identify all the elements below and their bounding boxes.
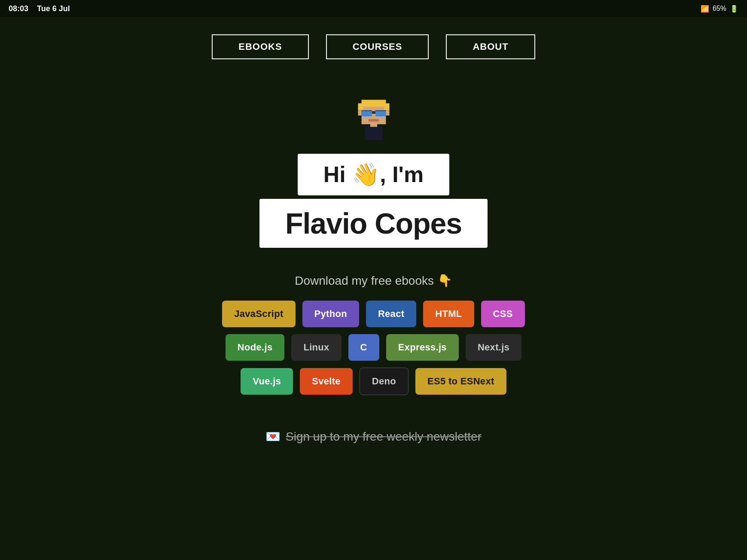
nav-about-button[interactable]: ABOUT bbox=[446, 34, 535, 59]
newsletter-emoji: 💌 bbox=[265, 429, 281, 444]
avatar-container bbox=[346, 89, 402, 145]
ebook-row-3: Vue.js Svelte Deno ES5 to ESNext bbox=[241, 368, 506, 395]
name-box: Flavio Copes bbox=[259, 199, 488, 248]
nodejs-button[interactable]: Node.js bbox=[226, 334, 285, 361]
html-button[interactable]: HTML bbox=[423, 301, 474, 327]
svg-rect-3 bbox=[361, 100, 386, 107]
linux-button[interactable]: Linux bbox=[291, 334, 341, 361]
name-text: Flavio Copes bbox=[285, 207, 462, 240]
svelte-button[interactable]: Svelte bbox=[300, 368, 353, 395]
status-time: 08:03 bbox=[9, 4, 28, 13]
wifi-icon: 📶 bbox=[701, 5, 709, 13]
status-bar: 08:03 Tue 6 Jul 📶 65% 🔋 bbox=[0, 0, 747, 17]
svg-rect-7 bbox=[386, 110, 389, 116]
ebook-row-1: JavaScript Python React HTML CSS bbox=[222, 301, 525, 327]
svg-rect-8 bbox=[361, 110, 372, 116]
ebook-buttons-grid: JavaScript Python React HTML CSS Node.js… bbox=[222, 301, 525, 395]
svg-rect-9 bbox=[375, 110, 386, 116]
ebook-row-2: Node.js Linux C Express.js Next.js bbox=[226, 334, 521, 361]
battery-icon: 🔋 bbox=[730, 5, 738, 13]
main-nav: EBOOKS COURSES ABOUT bbox=[0, 17, 747, 72]
svg-rect-5 bbox=[384, 103, 389, 110]
deno-button[interactable]: Deno bbox=[360, 368, 409, 395]
ebooks-section: Download my free ebooks 👇 JavaScript Pyt… bbox=[0, 274, 747, 395]
status-date: Tue 6 Jul bbox=[37, 4, 70, 13]
es5-button[interactable]: ES5 to ESNext bbox=[415, 368, 506, 395]
svg-rect-12 bbox=[375, 110, 386, 111]
react-button[interactable]: React bbox=[366, 301, 416, 327]
expressjs-button[interactable]: Express.js bbox=[386, 334, 459, 361]
status-indicators: 📶 65% 🔋 bbox=[701, 5, 738, 13]
status-time-date: 08:03 Tue 6 Jul bbox=[9, 4, 70, 13]
battery-level: 65% bbox=[713, 5, 726, 12]
svg-rect-0 bbox=[365, 126, 382, 140]
svg-rect-6 bbox=[358, 110, 361, 116]
newsletter-text: Sign up to my free weekly newsletter bbox=[286, 430, 482, 444]
greeting-text: Hi 👋, I'm bbox=[323, 162, 424, 187]
download-cta: Download my free ebooks 👇 bbox=[295, 274, 452, 288]
nextjs-button[interactable]: Next.js bbox=[466, 334, 521, 361]
vuejs-button[interactable]: Vue.js bbox=[241, 368, 293, 395]
greeting-box: Hi 👋, I'm bbox=[298, 154, 449, 195]
python-button[interactable]: Python bbox=[302, 301, 359, 327]
c-button[interactable]: C bbox=[348, 334, 379, 361]
svg-rect-4 bbox=[358, 103, 363, 110]
css-button[interactable]: CSS bbox=[481, 301, 525, 327]
svg-rect-10 bbox=[372, 111, 375, 114]
nav-courses-button[interactable]: COURSES bbox=[326, 34, 429, 59]
javascript-button[interactable]: JavaScript bbox=[222, 301, 295, 327]
nav-ebooks-button[interactable]: EBOOKS bbox=[212, 34, 308, 59]
svg-rect-11 bbox=[361, 110, 372, 111]
svg-rect-13 bbox=[368, 119, 378, 122]
hero-section: Hi 👋, I'm Flavio Copes bbox=[0, 72, 747, 274]
avatar bbox=[346, 89, 402, 145]
newsletter-section[interactable]: 💌 Sign up to my free weekly newsletter bbox=[0, 429, 747, 461]
